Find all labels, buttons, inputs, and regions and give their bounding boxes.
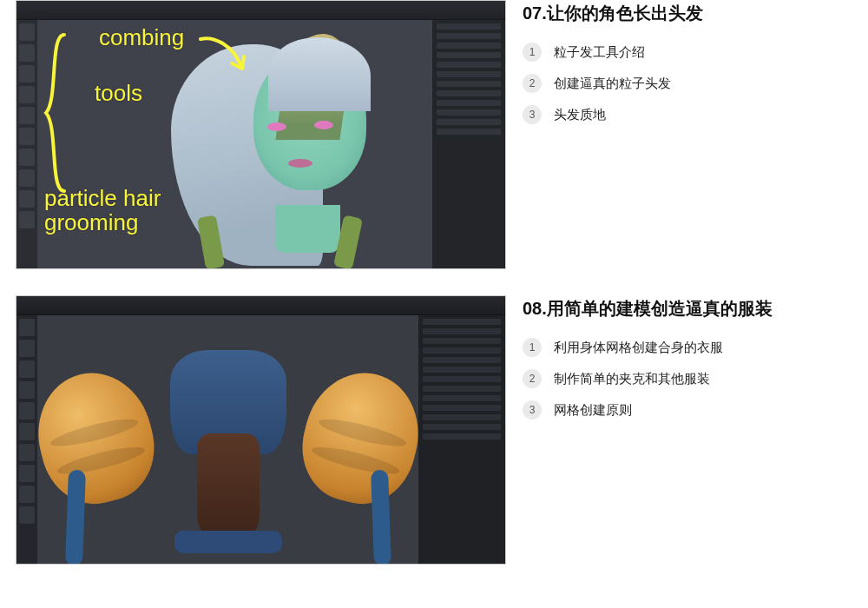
blender-toolbar — [16, 20, 37, 268]
item-number-badge: 2 — [523, 369, 542, 388]
item-number-badge: 1 — [523, 43, 542, 62]
item-label: 网格创建原则 — [554, 402, 632, 419]
section-07-list: 1 粒子发工具介绍 2 创建逼真的粒子头发 3 头发质地 — [523, 43, 852, 124]
section-07-thumbnail: combing tools particle hair grooming — [16, 0, 506, 269]
section-08-thumbnail — [16, 295, 506, 565]
section-number: 08 — [523, 299, 542, 318]
arm-left — [65, 470, 86, 565]
blender-properties-panel — [418, 315, 505, 564]
jacket-sleeve-right — [290, 361, 431, 515]
section-07-heading: 07.让你的角色长出头发 — [523, 2, 852, 25]
item-number-badge: 2 — [523, 74, 542, 93]
blender-viewport — [37, 315, 418, 564]
section-07-text: 07.让你的角色长出头发 1 粒子发工具介绍 2 创建逼真的粒子头发 3 头发质… — [523, 0, 852, 124]
list-item: 1 利用身体网格创建合身的衣服 — [523, 338, 852, 357]
list-item: 1 粒子发工具介绍 — [523, 43, 852, 62]
section-title: 让你的角色长出头发 — [547, 3, 703, 23]
brace-annotation — [43, 30, 69, 195]
section-number: 07 — [523, 3, 542, 23]
item-label: 制作简单的夹克和其他服装 — [554, 371, 710, 387]
list-item: 2 创建逼真的粒子头发 — [523, 74, 852, 93]
item-label: 利用身体网格创建合身的衣服 — [554, 340, 723, 356]
blender-toolbar — [16, 315, 37, 564]
annotation-combing: combing — [99, 25, 184, 50]
section-08-text: 08.用简单的建模创造逼真的服装 1 利用身体网格创建合身的衣服 2 制作简单的… — [523, 295, 852, 420]
list-item: 2 制作简单的夹克和其他服装 — [523, 369, 852, 388]
character-torso — [150, 350, 306, 563]
section-08-row: 08.用简单的建模创造逼真的服装 1 利用身体网格创建合身的衣服 2 制作简单的… — [16, 295, 852, 565]
item-number-badge: 1 — [523, 338, 542, 357]
list-item: 3 头发质地 — [523, 105, 852, 124]
item-number-badge: 3 — [523, 105, 542, 124]
item-label: 创建逼真的粒子头发 — [554, 76, 671, 92]
section-08-list: 1 利用身体网格创建合身的衣服 2 制作简单的夹克和其他服装 3 网格创建原则 — [523, 338, 852, 420]
list-item: 3 网格创建原则 — [523, 400, 852, 420]
blender-properties-panel — [432, 20, 505, 268]
item-label: 头发质地 — [554, 107, 606, 123]
section-07-row: combing tools particle hair grooming 07.… — [16, 0, 852, 269]
section-08-heading: 08.用简单的建模创造逼真的服装 — [523, 297, 852, 321]
item-number-badge: 3 — [523, 400, 542, 420]
arrow-annotation — [197, 32, 251, 77]
shoulder-straps — [175, 221, 375, 268]
blender-topbar — [16, 296, 505, 315]
blender-topbar — [16, 1, 505, 20]
annotation-particle: particle hair grooming — [44, 186, 161, 235]
annotation-tools: tools — [95, 81, 142, 106]
item-label: 粒子发工具介绍 — [554, 44, 645, 61]
arm-right — [371, 470, 391, 565]
section-title: 用简单的建模创造逼真的服装 — [547, 299, 773, 318]
jacket-sleeve-left — [24, 361, 165, 515]
